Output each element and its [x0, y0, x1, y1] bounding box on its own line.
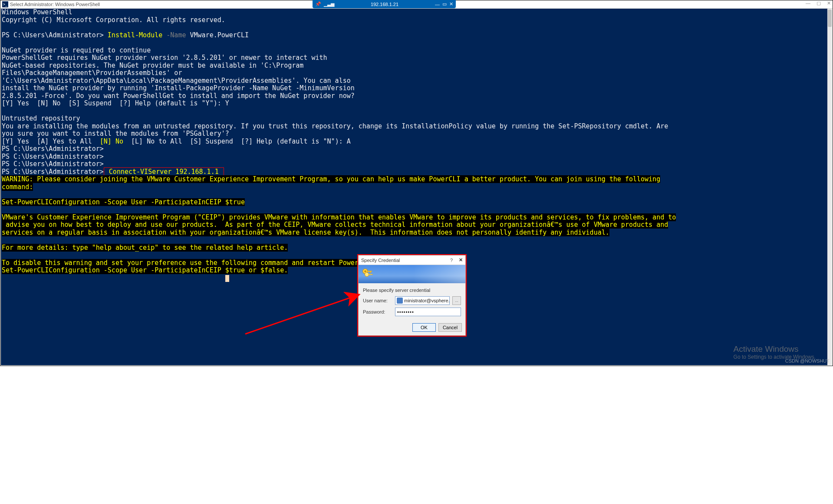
credential-dialog: Specify Credential ? ✕ Please specify se… — [358, 255, 466, 336]
user-icon — [397, 298, 403, 304]
password-row: Password: •••••••• — [363, 308, 461, 316]
browse-button[interactable]: ... — [452, 296, 461, 305]
scrollbar-thumb[interactable] — [828, 10, 832, 27]
rdp-restore-button[interactable]: ▭ — [442, 1, 447, 7]
dialog-titlebar[interactable]: Specify Credential ? ✕ — [359, 255, 465, 265]
close-button[interactable]: ✕ — [827, 0, 831, 6]
dialog-close-button[interactable]: ✕ — [459, 257, 463, 263]
signal-icon: ▁▃▅ — [324, 1, 334, 7]
minimize-button[interactable]: — — [806, 0, 810, 6]
text-cursor — [225, 275, 229, 282]
powershell-icon: >_ — [2, 1, 8, 7]
dialog-help-button[interactable]: ? — [450, 258, 453, 263]
pin-icon[interactable]: 📌 — [315, 1, 321, 7]
dialog-banner — [359, 265, 465, 283]
username-label: User name: — [363, 298, 392, 303]
activate-windows-watermark: Activate Windows Go to Settings to activ… — [734, 344, 816, 360]
dialog-body: Please specify server credential User na… — [359, 283, 465, 321]
svg-point-4 — [365, 272, 369, 276]
username-row: User name: ministrator@vsphere.local ▾ .… — [363, 296, 461, 305]
rdp-minimize-button[interactable]: — — [435, 2, 440, 7]
username-input[interactable]: ministrator@vsphere.local ▾ — [395, 296, 450, 305]
window-title: Select Administrator: Windows PowerShell — [10, 2, 100, 7]
highlighted-command: Connect-VIServer 192.168.1.1 — [104, 167, 224, 176]
window-system-buttons: — ▢ ✕ — [806, 0, 831, 6]
svg-rect-5 — [369, 274, 372, 275]
rdp-close-button[interactable]: ✕ — [449, 1, 453, 7]
maximize-button[interactable]: ▢ — [817, 0, 821, 6]
dialog-title: Specify Credential — [361, 258, 450, 263]
csdn-watermark: CSDN @NOWSHUT — [785, 358, 830, 363]
ok-button[interactable]: OK — [412, 323, 436, 332]
password-label: Password: — [363, 309, 392, 314]
svg-rect-3 — [370, 272, 371, 273]
password-input[interactable]: •••••••• — [395, 308, 461, 316]
dialog-buttons: OK Cancel — [359, 321, 465, 335]
svg-point-1 — [364, 270, 366, 272]
rdp-address: 192.168.1.21 — [337, 2, 432, 7]
vertical-scrollbar[interactable] — [827, 9, 832, 365]
dialog-instruction: Please specify server credential — [363, 288, 461, 293]
credential-dialog-highlight: Specify Credential ? ✕ Please specify se… — [357, 254, 467, 337]
cancel-button[interactable]: Cancel — [438, 323, 462, 332]
keys-icon — [361, 267, 374, 281]
rdp-connection-bar[interactable]: 📌 ▁▃▅ 192.168.1.21 — ▭ ✕ — [313, 0, 456, 8]
